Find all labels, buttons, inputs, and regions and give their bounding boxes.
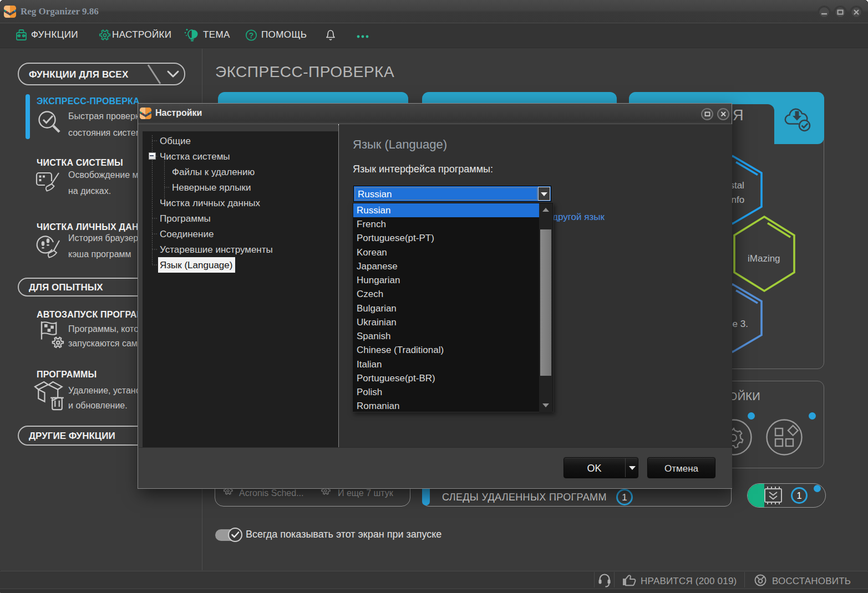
svg-text:?: ?	[249, 31, 254, 40]
